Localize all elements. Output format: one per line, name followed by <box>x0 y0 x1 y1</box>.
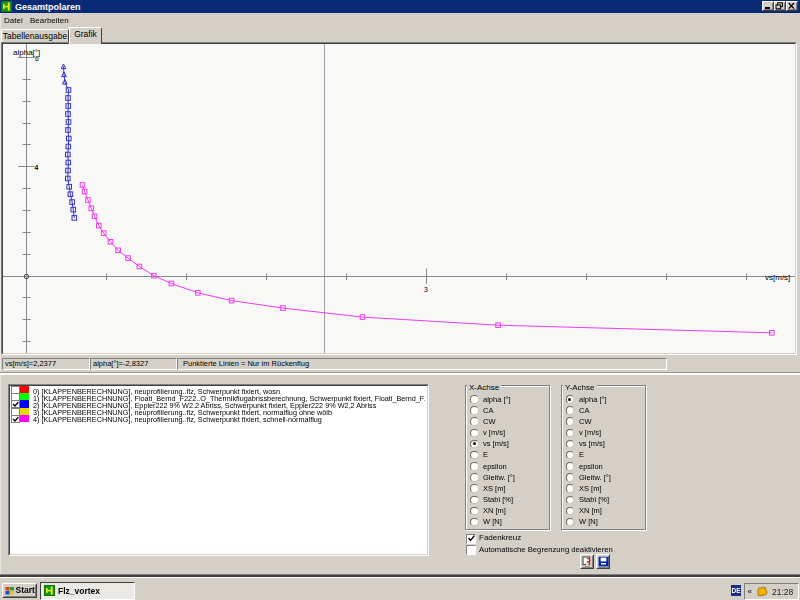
svg-text:3: 3 <box>424 286 428 293</box>
svg-text:vs[m/s]: vs[m/s] <box>765 273 790 282</box>
svg-text:4: 4 <box>35 164 39 171</box>
svg-text:6: 6 <box>35 55 39 62</box>
